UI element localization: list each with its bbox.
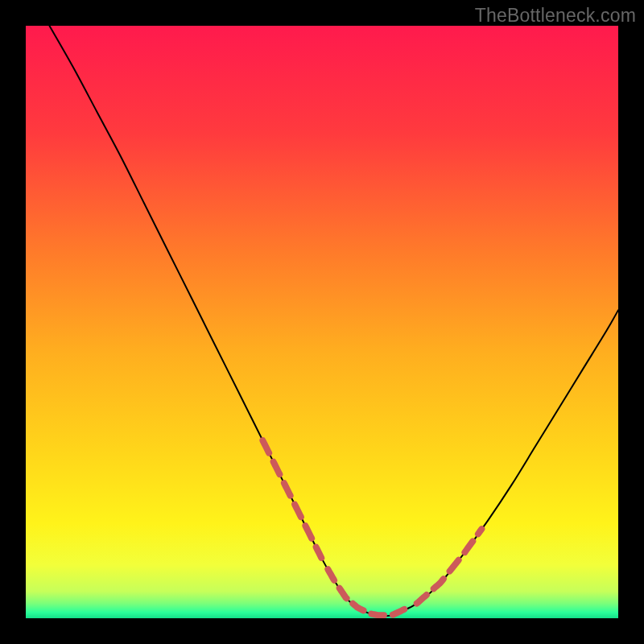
dash-segment <box>371 614 383 616</box>
bottleneck-chart <box>26 26 618 618</box>
plot-area <box>26 26 618 618</box>
gradient-background <box>26 26 618 618</box>
dash-segment <box>478 529 481 534</box>
chart-frame: TheBottleneck.com <box>0 0 644 644</box>
watermark-text: TheBottleneck.com <box>475 5 636 27</box>
